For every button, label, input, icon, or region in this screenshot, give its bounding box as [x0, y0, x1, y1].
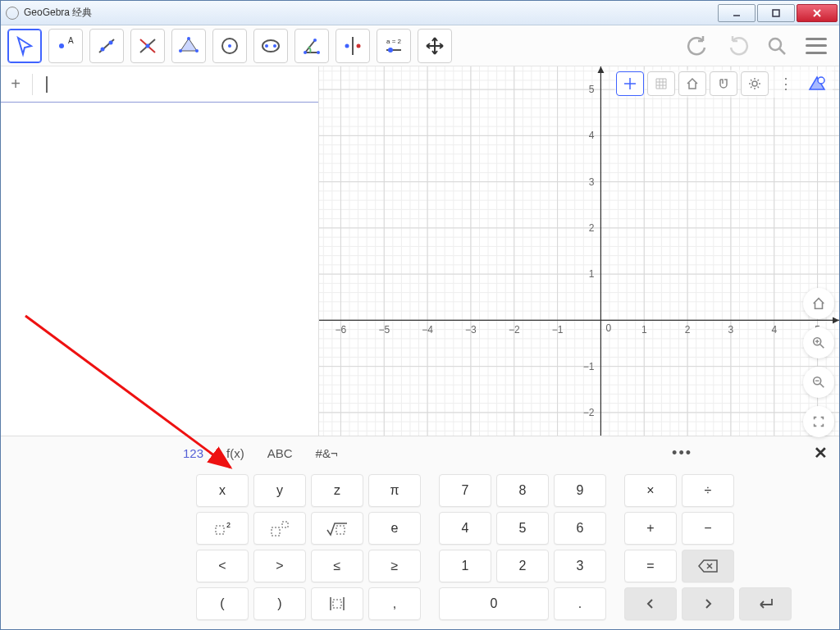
tool-point[interactable]: A	[48, 29, 83, 63]
algebra-input[interactable]	[57, 78, 313, 90]
svg-text:−1: −1	[583, 361, 595, 372]
svg-point-20	[273, 44, 276, 48]
svg-text:−5: −5	[378, 324, 390, 336]
search-button[interactable]	[760, 30, 793, 62]
key-z[interactable]: z	[311, 474, 363, 507]
key-dot[interactable]: .	[554, 587, 606, 620]
key-9[interactable]: 9	[554, 474, 606, 507]
close-button[interactable]	[797, 4, 838, 22]
grid-toggle[interactable]	[647, 71, 675, 96]
svg-point-19	[265, 44, 268, 48]
kb-close-button[interactable]: ✕	[814, 443, 828, 463]
key-gt[interactable]: >	[253, 550, 306, 582]
tool-ellipse[interactable]	[253, 29, 288, 63]
views-button[interactable]	[803, 71, 831, 96]
key-plus[interactable]: +	[624, 512, 677, 545]
key-enter[interactable]	[739, 587, 792, 620]
tool-polygon[interactable]	[171, 29, 206, 63]
tool-move[interactable]	[7, 29, 42, 63]
graphics-view[interactable]: −6−5−4−3−2−1012345−2−112345 ⋮	[319, 66, 839, 436]
svg-text:A: A	[68, 36, 74, 45]
svg-point-175	[752, 81, 757, 86]
home-view-button[interactable]	[678, 71, 706, 96]
key-sqrt[interactable]	[311, 512, 363, 545]
key-8[interactable]: 8	[496, 474, 549, 507]
snap-button[interactable]	[710, 71, 737, 96]
maximize-button[interactable]	[757, 4, 795, 22]
kb-more-button[interactable]: •••	[672, 445, 692, 462]
tool-circle[interactable]	[212, 29, 247, 63]
home-button[interactable]	[803, 288, 834, 319]
key-minus[interactable]: −	[682, 512, 734, 545]
slider-label: a = 2	[386, 38, 402, 45]
tool-translate[interactable]	[418, 29, 452, 63]
key-right[interactable]	[682, 587, 734, 620]
redo-button[interactable]	[721, 30, 754, 62]
svg-text:−2: −2	[583, 407, 595, 418]
svg-point-23	[313, 39, 317, 42]
tool-slider[interactable]: a = 2	[377, 29, 411, 63]
key-rparen[interactable]: )	[253, 587, 306, 620]
svg-text:−3: −3	[465, 324, 477, 336]
key-power[interactable]	[253, 512, 306, 545]
zoom-out-button[interactable]	[803, 367, 834, 398]
key-eq[interactable]: =	[624, 550, 677, 582]
svg-marker-12	[180, 39, 197, 51]
key-abs[interactable]	[311, 587, 363, 620]
key-group-vars: x y z π 2 e < > ≤ ≥ ( ) ,	[196, 474, 421, 624]
zoom-in-button[interactable]	[803, 327, 834, 358]
zoom-controls	[803, 288, 834, 437]
axes-toggle[interactable]	[616, 71, 644, 96]
key-div[interactable]: ÷	[682, 474, 734, 507]
fullscreen-button[interactable]	[803, 406, 834, 437]
svg-point-21	[304, 51, 307, 54]
graphics-toolbar: ⋮	[614, 70, 833, 98]
key-comma[interactable]: ,	[368, 587, 421, 620]
app-logo-icon	[6, 7, 19, 20]
key-0[interactable]: 0	[439, 587, 549, 620]
tool-reflect[interactable]	[336, 29, 370, 63]
svg-text:3: 3	[589, 176, 595, 188]
svg-point-13	[187, 37, 190, 40]
svg-text:2: 2	[589, 222, 595, 234]
svg-point-29	[769, 39, 781, 50]
tool-angle[interactable]	[294, 29, 329, 63]
kb-tab-sym[interactable]: #&¬	[316, 446, 338, 460]
key-5[interactable]: 5	[496, 512, 549, 545]
key-left[interactable]	[624, 587, 677, 620]
key-1[interactable]: 1	[439, 550, 491, 582]
key-3[interactable]: 3	[554, 550, 606, 582]
key-backspace[interactable]	[682, 550, 734, 582]
tool-perpendicular[interactable]	[130, 29, 165, 63]
tool-line[interactable]	[89, 29, 124, 63]
key-square[interactable]: 2	[196, 512, 249, 545]
svg-rect-188	[282, 522, 288, 527]
algebra-input-bar[interactable]: +	[1, 66, 318, 103]
key-ge[interactable]: ≥	[368, 550, 421, 582]
svg-text:4: 4	[589, 130, 595, 141]
key-4[interactable]: 4	[439, 512, 491, 545]
undo-button[interactable]	[682, 30, 714, 62]
kb-tab-abc[interactable]: ABC	[267, 446, 293, 460]
svg-point-25	[345, 43, 349, 48]
text-cursor	[46, 76, 51, 93]
add-input-icon[interactable]: +	[6, 75, 25, 94]
menu-button[interactable]	[800, 30, 833, 62]
svg-rect-189	[336, 526, 345, 534]
svg-text:−2: −2	[509, 324, 520, 336]
key-7[interactable]: 7	[439, 474, 491, 507]
key-e[interactable]: e	[368, 512, 421, 545]
key-le[interactable]: ≤	[311, 550, 363, 582]
key-2[interactable]: 2	[496, 550, 549, 582]
key-lparen[interactable]: (	[196, 587, 249, 620]
svg-text:1: 1	[589, 268, 595, 280]
key-lt[interactable]: <	[196, 550, 249, 582]
more-options-button[interactable]: ⋮	[772, 71, 800, 96]
minimize-button[interactable]	[718, 4, 756, 22]
window-title: GeoGebra 经典	[24, 6, 716, 20]
key-6[interactable]: 6	[554, 512, 606, 545]
key-pi[interactable]: π	[368, 474, 421, 507]
settings-button[interactable]	[741, 71, 769, 96]
svg-line-30	[779, 48, 785, 54]
key-mul[interactable]: ×	[624, 474, 677, 507]
